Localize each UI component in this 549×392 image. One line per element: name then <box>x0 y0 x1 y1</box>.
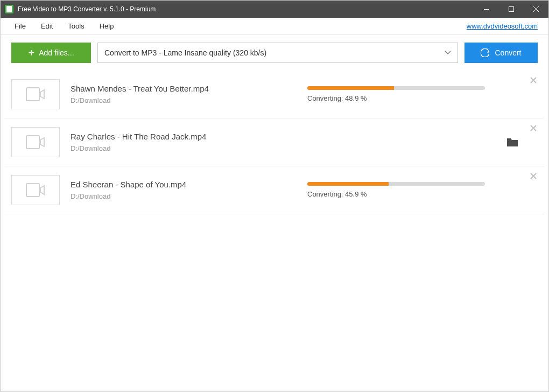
titlebar: Free Video to MP3 Converter v. 5.1.0 - P… <box>1 1 548 18</box>
file-meta: Shawn Mendes - Treat You Better.mp4 D:/D… <box>71 84 307 104</box>
website-link[interactable]: www.dvdvideosoft.com <box>467 22 542 30</box>
video-thumbnail <box>11 79 60 109</box>
remove-file-icon[interactable] <box>530 125 537 131</box>
svg-rect-4 <box>26 184 39 197</box>
file-list: Shawn Mendes - Treat You Better.mp4 D:/D… <box>1 71 548 214</box>
video-thumbnail <box>11 175 60 205</box>
file-row: Ed Sheeran - Shape of You.mp4 D:/Downloa… <box>5 166 544 214</box>
file-meta: Ray Charles - Hit The Road Jack.mp4 D:/D… <box>71 132 307 152</box>
window-title: Free Video to MP3 Converter v. 5.1.0 - P… <box>18 5 474 13</box>
progress-bar <box>307 86 485 90</box>
menu-help[interactable]: Help <box>92 19 122 33</box>
menu-file[interactable]: File <box>7 19 33 33</box>
remove-file-icon[interactable] <box>530 173 537 179</box>
add-files-label: Add files... <box>39 48 74 57</box>
progress-column: Converting: 45.9 % <box>307 182 538 198</box>
file-path: D:/Download <box>71 144 307 152</box>
svg-rect-0 <box>484 9 489 10</box>
video-thumbnail <box>11 127 60 157</box>
format-dropdown[interactable]: Convert to MP3 - Lame Insane quality (32… <box>97 43 458 63</box>
maximize-button[interactable] <box>499 1 524 18</box>
close-button[interactable] <box>524 1 548 18</box>
convert-button[interactable]: Convert <box>464 43 538 63</box>
progress-column: Converting: 48.9 % <box>307 86 538 102</box>
file-name: Ed Sheeran - Shape of You.mp4 <box>71 180 307 189</box>
file-name: Ray Charles - Hit The Road Jack.mp4 <box>71 132 307 141</box>
file-row: Shawn Mendes - Treat You Better.mp4 D:/D… <box>5 71 544 118</box>
svg-rect-2 <box>26 88 39 101</box>
open-folder-icon[interactable] <box>506 137 518 147</box>
toolbar: + Add files... Convert to MP3 - Lame Ins… <box>1 35 548 71</box>
menu-edit[interactable]: Edit <box>33 19 60 33</box>
add-files-button[interactable]: + Add files... <box>11 43 91 63</box>
svg-rect-1 <box>509 7 514 12</box>
file-path: D:/Download <box>71 96 307 104</box>
progress-bar <box>307 182 485 186</box>
chevron-down-icon <box>445 51 451 55</box>
app-icon <box>5 5 13 13</box>
minimize-button[interactable] <box>474 1 499 18</box>
menu-tools[interactable]: Tools <box>60 19 92 33</box>
status-text: Converting: 45.9 % <box>307 190 527 198</box>
status-text: Converting: 48.9 % <box>307 94 527 102</box>
convert-label: Convert <box>495 48 521 57</box>
menubar: File Edit Tools Help www.dvdvideosoft.co… <box>1 18 548 35</box>
file-meta: Ed Sheeran - Shape of You.mp4 D:/Downloa… <box>71 180 307 200</box>
format-label: Convert to MP3 - Lame Insane quality (32… <box>104 48 266 57</box>
svg-rect-3 <box>26 136 39 149</box>
file-row: Ray Charles - Hit The Road Jack.mp4 D:/D… <box>5 118 544 166</box>
file-path: D:/Download <box>71 192 307 200</box>
file-name: Shawn Mendes - Treat You Better.mp4 <box>71 84 307 93</box>
refresh-icon <box>481 48 489 57</box>
remove-file-icon[interactable] <box>530 77 537 83</box>
